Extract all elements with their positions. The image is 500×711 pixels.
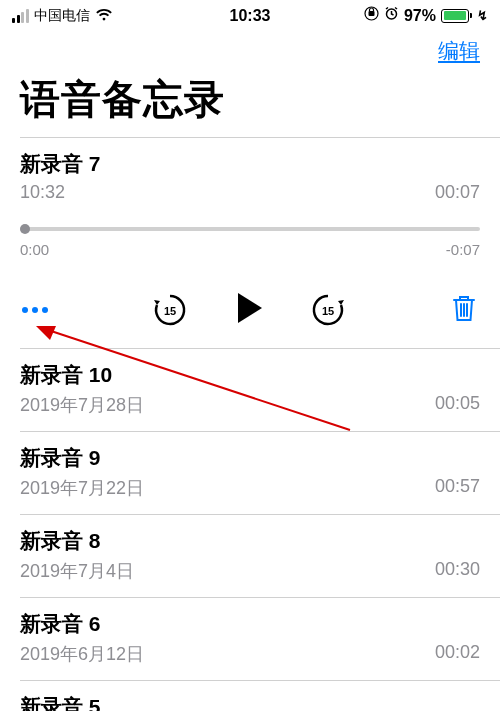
skip-seconds-label: 15 xyxy=(322,305,334,317)
alarm-icon xyxy=(384,6,399,25)
recording-date: 2019年7月4日 xyxy=(20,559,134,583)
playback-scrubber[interactable]: 0:00 -0:07 xyxy=(20,227,480,258)
recording-title: 新录音 6 xyxy=(20,610,480,638)
recording-title: 新录音 5 xyxy=(20,693,480,711)
recording-duration: 00:57 xyxy=(435,476,480,500)
edit-button[interactable]: 编辑 xyxy=(438,37,480,65)
recording-duration: 00:07 xyxy=(435,182,480,203)
status-time: 10:33 xyxy=(230,7,271,25)
skip-forward-15-button[interactable]: 15 xyxy=(311,293,345,327)
status-right: 97% ↯ xyxy=(364,6,488,25)
recording-duration: 00:05 xyxy=(435,393,480,417)
recording-time: 10:32 xyxy=(20,182,65,203)
recording-item[interactable]: 新录音 9 2019年7月22日 00:57 xyxy=(0,432,500,514)
skip-seconds-label: 15 xyxy=(164,305,176,317)
recording-date: 2019年7月28日 xyxy=(20,393,144,417)
recording-date: 2019年7月22日 xyxy=(20,476,144,500)
more-options-button[interactable] xyxy=(22,307,48,313)
recording-title: 新录音 9 xyxy=(20,444,480,472)
scrub-start-time: 0:00 xyxy=(20,241,49,258)
status-bar: 中国电信 10:33 97% ↯ xyxy=(0,0,500,29)
wifi-icon xyxy=(95,7,113,25)
recording-item[interactable]: 新录音 6 2019年6月12日 00:02 xyxy=(0,598,500,680)
status-left: 中国电信 xyxy=(12,7,113,25)
recording-duration: 00:30 xyxy=(435,559,480,583)
recording-item[interactable]: 新录音 10 2019年7月28日 00:05 xyxy=(0,349,500,431)
scrubber-track[interactable] xyxy=(20,227,480,231)
header: 编辑 语音备忘录 xyxy=(0,29,500,137)
skip-back-15-button[interactable]: 15 xyxy=(153,293,187,327)
recording-title: 新录音 7 xyxy=(20,150,480,178)
scrub-end-time: -0:07 xyxy=(446,241,480,258)
playback-controls: 15 15 xyxy=(20,290,480,330)
recording-title: 新录音 8 xyxy=(20,527,480,555)
recording-item[interactable]: 新录音 5 2019年6月12日 00:20 xyxy=(0,681,500,711)
signal-icon xyxy=(12,9,29,23)
delete-button[interactable] xyxy=(450,293,478,327)
battery-pct: 97% xyxy=(404,7,436,25)
recording-duration: 00:02 xyxy=(435,642,480,666)
recording-date: 2019年6月12日 xyxy=(20,642,144,666)
recording-item-expanded[interactable]: 新录音 7 10:32 00:07 0:00 -0:07 15 15 xyxy=(0,138,500,348)
charging-icon: ↯ xyxy=(477,8,488,23)
carrier-label: 中国电信 xyxy=(34,7,90,25)
scrubber-thumb[interactable] xyxy=(20,224,30,234)
recording-item[interactable]: 新录音 8 2019年7月4日 00:30 xyxy=(0,515,500,597)
battery-icon xyxy=(441,9,472,23)
orientation-lock-icon xyxy=(364,6,379,25)
play-button[interactable] xyxy=(231,290,267,330)
recording-title: 新录音 10 xyxy=(20,361,480,389)
recording-list: 新录音 10 2019年7月28日 00:05 新录音 9 2019年7月22日… xyxy=(0,349,500,711)
svg-rect-1 xyxy=(368,11,374,16)
page-title: 语音备忘录 xyxy=(20,72,480,127)
